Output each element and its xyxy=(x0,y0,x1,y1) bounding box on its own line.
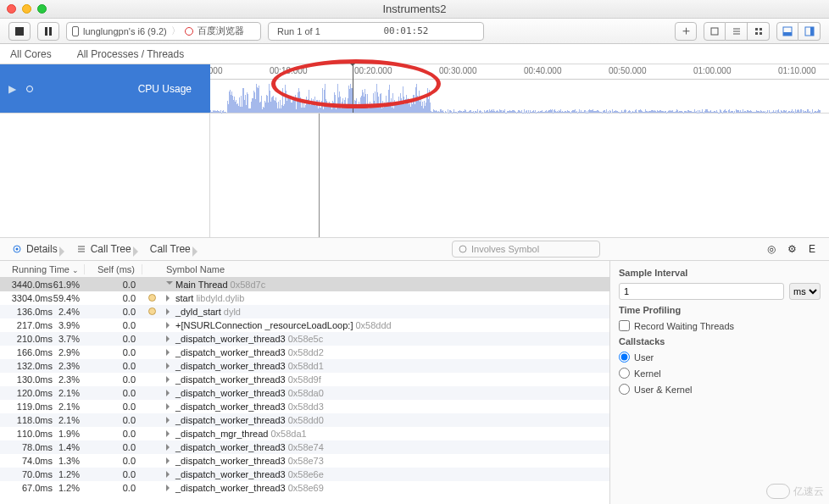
symbol-name: _dispatch_worker_thread3 xyxy=(175,483,286,493)
disclosure-icon[interactable] xyxy=(166,390,173,396)
filter-bar: All Cores All Processes / Threads xyxy=(0,44,829,64)
svg-rect-6 xyxy=(755,32,758,35)
user-code-icon xyxy=(148,294,156,302)
disclosure-icon[interactable] xyxy=(166,376,173,383)
table-row[interactable]: 3304.0ms59.4%0.0start libdyld.dylib xyxy=(0,291,609,305)
run-label: Run 1 of 1 xyxy=(269,26,329,36)
strategy-instruments-button[interactable] xyxy=(748,22,770,41)
ruler-tick: 01:00.000 xyxy=(693,66,732,75)
symbol-name: _dispatch_worker_thread3 xyxy=(175,456,286,466)
table-row[interactable]: 136.0ms2.4%0.0_dyld_start dyld xyxy=(0,305,609,318)
target-selector[interactable]: lunglungpn's i6 (9.2) 〉 百度浏览器 xyxy=(66,22,261,41)
symbol-name: _dispatch_worker_thread3 xyxy=(175,388,286,398)
disclosure-icon[interactable] xyxy=(166,471,173,478)
strategy-cpus-button[interactable] xyxy=(726,22,748,41)
inspector-tab-record[interactable]: ◎ xyxy=(767,243,776,255)
table-row[interactable]: 120.0ms2.1%0.0_dispatch_worker_thread3 0… xyxy=(0,386,609,400)
disclosure-icon[interactable] xyxy=(166,430,173,437)
disclosure-icon[interactable] xyxy=(166,363,173,369)
window-title: Instruments2 xyxy=(0,3,829,15)
symbol-name: _dispatch_mgr_thread xyxy=(175,429,268,439)
watermark: 亿速云 xyxy=(766,484,824,499)
col-running-time[interactable]: Running Time ⌄ xyxy=(0,264,85,274)
col-self[interactable]: Self (ms) xyxy=(85,264,142,274)
ruler-tick: 00:10.000 xyxy=(270,66,308,75)
table-row[interactable]: 110.0ms1.9%0.0_dispatch_mgr_thread 0x58d… xyxy=(0,427,609,440)
table-row[interactable]: 70.0ms1.2%0.0_dispatch_worker_thread3 0x… xyxy=(0,468,609,481)
symbol-name: _dyld_start xyxy=(175,307,221,317)
callstack-both-radio[interactable]: User & Kernel xyxy=(619,384,692,395)
cores-filter[interactable]: All Cores xyxy=(10,48,52,60)
inspector-tab-display[interactable]: ⚙ xyxy=(787,243,797,255)
inspector-tabs: ◎ ⚙ E xyxy=(605,243,824,255)
ruler-tick: 00:50.000 xyxy=(609,66,647,75)
sample-unit-select[interactable]: ms xyxy=(789,283,821,300)
disclosure-icon[interactable] xyxy=(166,295,173,302)
disclosure-icon[interactable] xyxy=(166,308,173,315)
table-row[interactable]: 118.0ms2.1%0.0_dispatch_worker_thread3 0… xyxy=(0,413,609,427)
tracks-empty xyxy=(0,114,829,237)
disclosure-icon[interactable] xyxy=(166,322,173,329)
time-ruler[interactable]: 00:00.00000:10.00000:20.00000:30.00000:4… xyxy=(210,64,829,80)
callstack-user-radio[interactable]: User xyxy=(619,352,654,363)
playhead[interactable] xyxy=(353,64,353,113)
search-placeholder: Involves Symbol xyxy=(471,244,539,254)
calltree-panel: Running Time ⌄ Self (ms) Symbol Name 344… xyxy=(0,261,610,504)
table-row[interactable]: 130.0ms2.3%0.0_dispatch_worker_thread3 0… xyxy=(0,373,609,386)
sample-interval-input[interactable] xyxy=(619,283,784,300)
col-symbol[interactable]: Symbol Name xyxy=(161,264,225,274)
table-row[interactable]: 210.0ms3.7%0.0_dispatch_worker_thread3 0… xyxy=(0,332,609,346)
disclosure-icon[interactable] xyxy=(166,335,173,342)
table-row[interactable]: 3440.0ms61.9%0.0Main Thread 0x58d7c xyxy=(0,278,609,291)
list-icon xyxy=(76,244,86,254)
titlebar: Instruments2 xyxy=(0,0,829,19)
record-waiting-checkbox[interactable]: Record Waiting Threads xyxy=(619,320,734,331)
table-row[interactable]: 166.0ms2.9%0.0_dispatch_worker_thread3 0… xyxy=(0,346,609,359)
symbol-search[interactable]: Involves Symbol xyxy=(452,241,600,258)
toolbar: lunglungpn's i6 (9.2) 〉 百度浏览器 Run 1 of 1… xyxy=(0,19,829,44)
playhead-line xyxy=(319,114,320,237)
track-header[interactable]: ▶ CPU Usage xyxy=(0,64,210,113)
disclosure-icon[interactable] xyxy=(166,281,173,288)
callstack-kernel-radio[interactable]: Kernel xyxy=(619,368,661,379)
table-row[interactable]: 217.0ms3.9%0.0+[NSURLConnection _resourc… xyxy=(0,318,609,332)
svg-rect-11 xyxy=(810,27,814,36)
table-row[interactable]: 67.0ms1.2%0.0_dispatch_worker_thread3 0x… xyxy=(0,481,609,495)
view-inspector-button[interactable] xyxy=(798,22,821,41)
pause-button[interactable] xyxy=(37,22,59,41)
crumb-details[interactable]: Details xyxy=(5,243,64,255)
symbol-name: _dispatch_worker_thread3 xyxy=(175,334,286,344)
track-graph[interactable]: 00:00.00000:10.00000:20.00000:30.00000:4… xyxy=(210,64,829,113)
symbol-name: start xyxy=(175,293,193,303)
svg-point-13 xyxy=(16,248,19,251)
crumb-calltree-1[interactable]: Call Tree xyxy=(70,243,138,255)
table-row[interactable]: 132.0ms2.3%0.0_dispatch_worker_thread3 0… xyxy=(0,359,609,373)
strategy-threads-button[interactable] xyxy=(704,22,726,41)
table-row[interactable]: 78.0ms1.4%0.0_dispatch_worker_thread3 0x… xyxy=(0,440,609,454)
crumb-calltree-2[interactable]: Call Tree xyxy=(143,243,198,255)
table-row[interactable]: 119.0ms2.1%0.0_dispatch_worker_thread3 0… xyxy=(0,400,609,413)
inspector-panel: Sample Interval ms Time Profiling Record… xyxy=(610,261,829,504)
add-instrument-button[interactable]: ＋ xyxy=(675,22,697,41)
record-button[interactable] xyxy=(8,22,31,41)
table-row[interactable]: 74.0ms1.3%0.0_dispatch_worker_thread3 0x… xyxy=(0,454,609,468)
symbol-name: _dispatch_worker_thread3 xyxy=(175,402,286,412)
callstacks-heading: Callstacks xyxy=(619,336,821,346)
view-detail-button[interactable] xyxy=(776,22,798,41)
disclosure-icon[interactable] xyxy=(166,349,173,356)
target-icon xyxy=(12,244,22,254)
gear-icon: ⚙ xyxy=(787,243,797,255)
calltree-rows[interactable]: 3440.0ms61.9%0.0Main Thread 0x58d7c3304.… xyxy=(0,278,609,495)
timeline: ▶ CPU Usage 00:00.00000:10.00000:20.0000… xyxy=(0,64,829,114)
svg-rect-5 xyxy=(759,28,762,30)
disclosure-icon[interactable] xyxy=(166,417,173,424)
run-info[interactable]: Run 1 of 1 00:01:52 xyxy=(268,22,484,41)
time-profiling-heading: Time Profiling xyxy=(619,305,821,315)
symbol-name: _dispatch_worker_thread3 xyxy=(175,361,286,371)
threads-filter[interactable]: All Processes / Threads xyxy=(77,48,185,60)
disclosure-icon[interactable] xyxy=(166,457,173,464)
disclosure-icon[interactable] xyxy=(166,403,173,410)
disclosure-icon[interactable] xyxy=(166,444,173,451)
disclosure-icon[interactable] xyxy=(166,485,173,491)
inspector-tab-extended[interactable]: E xyxy=(809,243,815,255)
